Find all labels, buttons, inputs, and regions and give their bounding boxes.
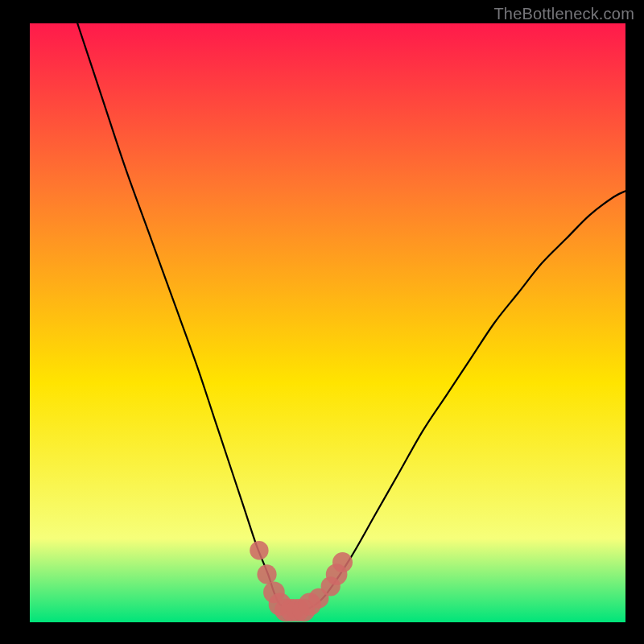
marker-dot [250, 541, 268, 559]
chart-frame: TheBottleneck.com [0, 0, 644, 644]
marker-dot [257, 564, 276, 584]
chart-canvas [30, 23, 625, 622]
marker-dot [332, 552, 353, 572]
watermark-text: TheBottleneck.com [493, 5, 634, 23]
plot-area [30, 23, 625, 622]
gradient-background [30, 23, 625, 622]
